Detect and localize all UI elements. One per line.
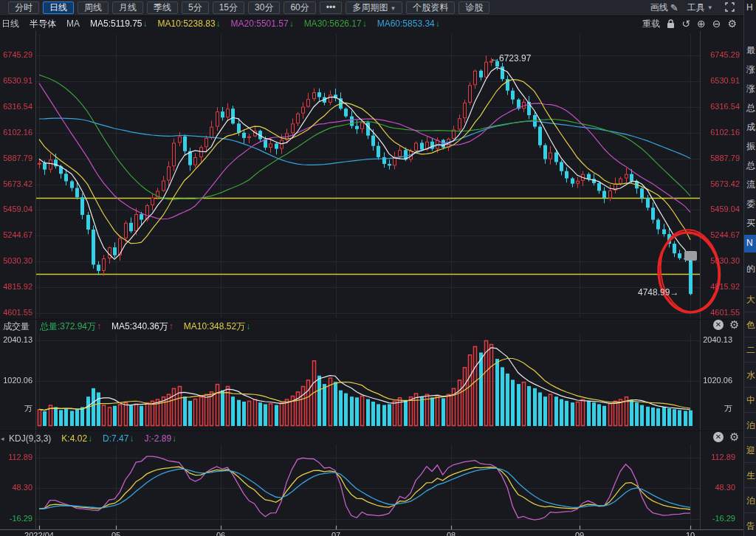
header-item-1: 总量:372.94万↑ [40, 320, 101, 333]
date-label-3: 07 [331, 531, 340, 536]
caret-down-icon: ▼ [707, 4, 713, 11]
close-icon[interactable]: ✕ [713, 320, 724, 330]
period-button-7[interactable]: 15分 [213, 1, 244, 14]
header-item-2: MA5:340.36万↑ [111, 320, 173, 333]
price-label-right: 6530.91 [710, 76, 740, 85]
kdj-label-right: -16.29 [712, 514, 735, 523]
sidebar-row-label: 的 [746, 263, 755, 275]
sidebar-row-label: 总 [746, 102, 755, 114]
kdj-label-left: -16.29 [10, 514, 32, 523]
date-label-4: 08 [447, 531, 456, 536]
close-icon[interactable]: ✕ [713, 432, 724, 442]
sidebar-row-label: 色 [746, 319, 755, 331]
low-price-annotation: 4748.99→ [638, 287, 678, 298]
date-label-0: 2022/04 [24, 531, 54, 536]
sidebar-divider [744, 487, 756, 488]
quote-sidebar-sliver[interactable]: H最涨涨总成振总流委买N的大色二水中泊迎生泊告 [743, 0, 756, 536]
chart-controls-group: 重载↺⊕⊖⚙ [642, 18, 737, 30]
price-label-right: 5030.30 [710, 256, 740, 265]
volume-label-right: 2040.13 [703, 335, 732, 344]
sidebar-divider [744, 387, 756, 388]
sidebar-row-label: 水 [746, 369, 755, 382]
sidebar-partial-top: H [746, 2, 753, 13]
tool-工具[interactable]: 工具▼ [687, 1, 713, 14]
arrow-down-icon: ↓ [129, 433, 134, 444]
sidebar-row-label: 大 [746, 294, 755, 306]
sidebar-row-label: 总 [746, 159, 755, 172]
sidebar-row-label: 买 [746, 217, 755, 230]
arrow-down-icon: ↓ [436, 18, 440, 29]
period-button-12[interactable]: 个股资料 [406, 1, 455, 14]
ma-value-0: 日线 [1, 18, 19, 30]
volume-label-left: 1020.06 [3, 376, 32, 385]
pencil-icon: ✎ [670, 2, 678, 13]
right-kdj-axis: 112.8948.30-16.29 [701, 443, 743, 532]
date-label-5: 09 [575, 531, 584, 536]
sidebar-divider [744, 337, 756, 337]
sidebar-row-label: 涨 [746, 63, 755, 76]
date-label-6: 10 [686, 531, 695, 536]
ma-values-group: 日线半导体MAMA5:5119.75↓MA10:5238.83↓MA20:550… [0, 18, 450, 30]
header-item-2: D:7.47↓ [103, 433, 134, 444]
period-button-8[interactable]: 30分 [248, 1, 280, 14]
period-button-4[interactable]: 月线 [112, 1, 143, 14]
price-label-left: 5030.30 [3, 256, 32, 265]
undo-icon[interactable]: ↺ [681, 18, 690, 29]
date-label-1: 05 [111, 531, 120, 536]
period-button-5[interactable]: 季线 [147, 1, 178, 14]
price-label-right: 4601.55 [710, 308, 740, 317]
period-button-11[interactable]: 多周期图▼ [346, 1, 402, 14]
volume-label-right: 1020.06 [703, 376, 732, 385]
sidebar-highlight-row[interactable]: N [744, 235, 756, 252]
gear-icon[interactable]: ⚙ [729, 320, 739, 330]
period-button-13[interactable]: 诊股 [458, 1, 489, 14]
zoom-in-icon[interactable]: ⊕ [697, 18, 706, 29]
tool-画线[interactable]: 画线✎ [650, 1, 678, 14]
price-label-left: 5459.04 [3, 205, 32, 213]
period-button-3[interactable]: 周线 [78, 1, 109, 14]
period-button-6[interactable]: 5分 [182, 1, 209, 14]
price-label-left: 6102.16 [3, 128, 32, 137]
gear-icon[interactable]: ⚙ [727, 18, 737, 29]
ma-value-7: MA60:5853.34↓ [377, 18, 440, 29]
price-label-right: 5673.42 [710, 179, 740, 188]
arrow-down-icon: ↓ [216, 18, 221, 29]
sidebar-divider [744, 437, 756, 438]
price-label-right: 6745.29 [710, 50, 740, 59]
gear-icon[interactable]: ⚙ [729, 432, 739, 442]
stock-chart-window: 分时日线周线月线季线5分15分30分60分•••多周期图▼个股资料诊股画线✎工具… [0, 0, 756, 536]
tool-fullscreen-icon[interactable] [722, 2, 735, 14]
price-label-left: 5244.67 [3, 230, 32, 239]
lock-icon[interactable] [667, 19, 675, 29]
arrow-down-icon: ↓ [172, 433, 176, 444]
price-label-left: 6316.54 [3, 102, 32, 111]
sidebar-row-label: 泊 [746, 495, 755, 507]
high-price-annotation: ←6723.97 [490, 53, 531, 63]
price-label-right: 6102.16 [710, 128, 740, 137]
sidebar-row-label: 迎 [746, 444, 755, 457]
zoom-out-icon[interactable]: ⊖ [712, 18, 721, 29]
period-button-9[interactable]: 60分 [284, 1, 315, 14]
volume-pane-header: 成交量总量:372.94万↑MA5:340.36万↑MA10:348.52万↓ [0, 319, 261, 334]
sidebar-divider [744, 286, 756, 287]
chart-canvas[interactable] [0, 0, 756, 536]
reload-button[interactable]: 重载 [642, 18, 660, 30]
price-label-right: 5459.04 [710, 205, 740, 213]
sidebar-row-label: 泊 [746, 419, 755, 432]
period-button-1[interactable]: 分时 [8, 1, 39, 14]
ma-value-5: MA20:5501.57↓ [231, 18, 294, 29]
indicator-info-bar: 日线半导体MAMA5:5119.75↓MA10:5238.83↓MA20:550… [0, 16, 756, 31]
period-button-10[interactable]: ••• [320, 1, 343, 14]
sidebar-row-label: 流 [746, 179, 755, 191]
kdj-label-right: 48.30 [715, 483, 735, 492]
sidebar-highlight-label: N [746, 238, 753, 248]
sidebar-row-label: 中 [746, 394, 755, 407]
ma-value-4: MA10:5238.83↓ [158, 18, 221, 29]
sidebar-divider [744, 462, 756, 463]
price-label-right: 5887.79 [710, 154, 740, 162]
volume-label-right: 万 [724, 403, 732, 414]
ma-value-2: MA [66, 18, 80, 29]
kdj-label-right: 112.89 [711, 453, 735, 461]
sidebar-row-label: 成 [746, 121, 755, 134]
period-button-2[interactable]: 日线 [43, 1, 74, 14]
